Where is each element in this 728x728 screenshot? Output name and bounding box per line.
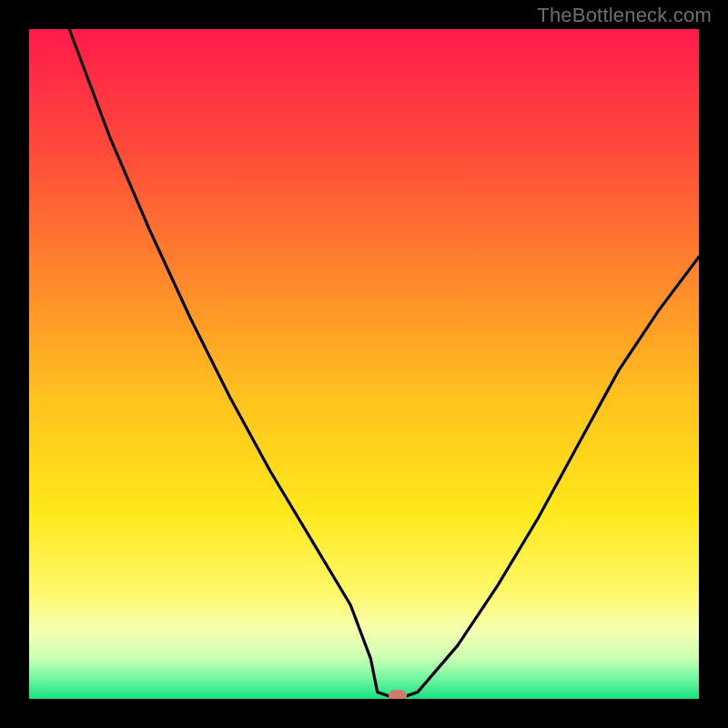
chart-frame: TheBottleneck.com — [0, 0, 728, 728]
gradient-bg — [29, 29, 699, 699]
plot-svg — [29, 29, 699, 699]
plot-area — [29, 29, 699, 699]
watermark-text: TheBottleneck.com — [537, 4, 712, 27]
optimum-marker — [389, 690, 407, 699]
